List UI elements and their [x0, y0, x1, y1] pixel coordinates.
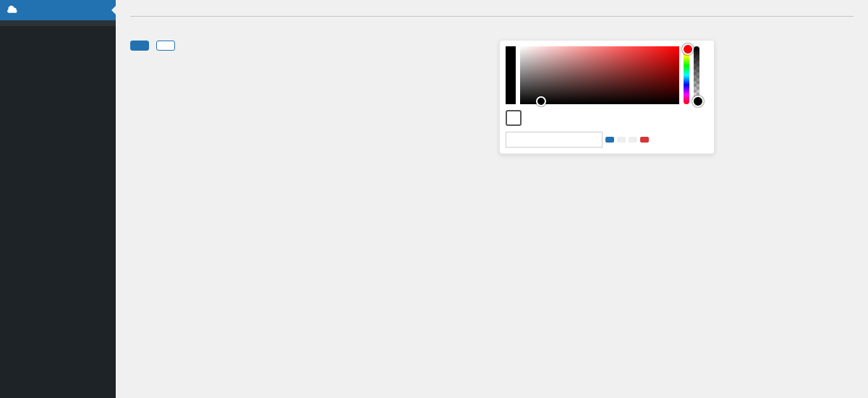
tabs-nav [130, 16, 854, 17]
cloud-icon [7, 4, 19, 16]
picker-saturation-area[interactable] [520, 46, 679, 104]
picker-alpha-slider[interactable] [694, 46, 699, 104]
picker-cancel[interactable] [640, 137, 649, 143]
color-rows [130, 28, 477, 154]
picker-format-hsla[interactable] [629, 137, 637, 143]
color-picker [499, 40, 715, 154]
main-content [116, 0, 868, 398]
picker-hex-input[interactable] [506, 132, 603, 148]
picker-hue-slider[interactable] [684, 46, 689, 104]
save-button[interactable] [130, 41, 149, 51]
picker-format-hexa[interactable] [605, 137, 614, 143]
sidebar-item-wpbakery[interactable] [0, 0, 116, 20]
picker-current-swatch [506, 110, 522, 126]
picker-presets [506, 110, 708, 126]
restore-button[interactable] [156, 41, 175, 51]
picker-format-rgba[interactable] [617, 137, 626, 143]
admin-sidebar [0, 0, 116, 398]
hue-handle[interactable] [682, 43, 694, 55]
picker-preview-strip [506, 46, 516, 104]
sidebar-submenu [0, 20, 116, 26]
alpha-handle[interactable] [692, 96, 704, 107]
